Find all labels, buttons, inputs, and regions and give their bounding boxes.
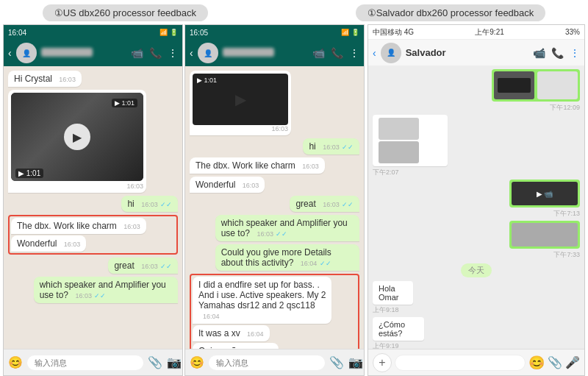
right-back-arrow[interactable]: ‹: [373, 47, 376, 59]
left-back-arrow[interactable]: ‹: [8, 47, 12, 59]
mid-contact-name: [223, 48, 308, 59]
mid-chat-body: ▶ 1:01 ▶ 16:03 hi 16:03 ✓✓ The dbx. Work…: [185, 66, 364, 349]
right-attach-icon[interactable]: 📎: [548, 355, 562, 369]
mid-call-icon[interactable]: 📞: [331, 47, 343, 59]
mid-sim-icon: 📶: [341, 29, 349, 36]
right-msg-video: ▶ 📹 下午7:13: [509, 180, 580, 219]
call-icon[interactable]: 📞: [149, 47, 162, 59]
left-input-bar: 😊 📎 📷 🎤: [4, 349, 182, 375]
today-divider: 今天: [461, 263, 492, 277]
mid-avatar: 👤: [198, 43, 218, 63]
mid-more-icon[interactable]: ⋮: [349, 47, 359, 59]
left-status-bar: 16:04 📶 🔋: [4, 25, 182, 40]
mid-camera-icon[interactable]: 📷: [348, 355, 363, 369]
main-content: 16:04 📶 🔋 ‹ 👤 📹 📞 ⋮: [0, 24, 588, 376]
right-battery: 33%: [565, 28, 580, 36]
mid-attach-icon[interactable]: 📎: [329, 355, 344, 369]
right-msg-img2: 下午7:33: [509, 221, 580, 260]
left-chat-header: ‹ 👤 📹 📞 ⋮: [4, 40, 182, 66]
right-status-time: 上午9:21: [475, 27, 503, 38]
video-thumbnail[interactable]: ▶ 1:01 ▶ ▶ 1:01: [11, 93, 143, 181]
msg-como-estas: ¿Cómo estás?: [373, 317, 424, 341]
left-wifi-icon: 🔋: [170, 29, 178, 36]
mid-input-bar: 😊 📎 📷 🎤: [185, 349, 364, 375]
msg-video: ▶ 1:01 ▶ ▶ 1:01 16:03: [8, 90, 178, 193]
right-phone-panel: 中国移动 4G 上午9:21 33% ‹ 👤 Salvador 📹 📞 ⋮: [368, 24, 585, 376]
right-contact-name: Salvador: [406, 47, 528, 58]
page-titles: ①US dbx260 processor feedback ①Salvador …: [0, 0, 588, 24]
left-avatar: 👤: [16, 43, 37, 63]
mid-batt-icon: 🔋: [351, 29, 359, 36]
right-chat-body: 下午12:09 下午2:07 ▶ 📹 下午7:13: [368, 66, 584, 349]
mid-status-bar: 16:05 📶 🔋: [185, 25, 364, 40]
attach-icon[interactable]: 📎: [148, 355, 162, 369]
right-input-field[interactable]: [395, 355, 526, 371]
left-highlight-box: The dbx. Work like charm 16:03 Wonderful…: [8, 215, 178, 255]
left-contact-name: [41, 48, 126, 59]
right-chat-header: ‹ 👤 Salvador 📹 📞 ⋮: [368, 40, 584, 66]
right-msg-product-img: 下午12:09: [492, 69, 580, 113]
right-avatar: 👤: [381, 43, 401, 63]
mid-header-icons[interactable]: 📹 📞 ⋮: [312, 47, 359, 59]
left-chat-body: Hi Crystal 16:03 ▶ 1:01 ▶ ▶ 1:01 16:03: [4, 66, 182, 349]
left-header-icons[interactable]: 📹 📞 ⋮: [131, 47, 178, 59]
msg-hi-crystal: Hi Crystal 16:03: [8, 71, 178, 87]
mid-highlight-box: I did a endfire set up for bass. . And i…: [190, 274, 359, 349]
emoji-icon[interactable]: 😊: [8, 355, 23, 369]
right-msg-received-imgs: 下午2:07: [373, 115, 467, 177]
right-plus-button[interactable]: +: [373, 353, 392, 372]
video-duration: ▶ 1:01: [15, 169, 43, 178]
msg-hi-sent: hi 16:03 ✓✓: [8, 196, 178, 212]
mid-video-msg: ▶ 1:01 ▶ 16:03: [190, 71, 359, 135]
mid-emoji-icon[interactable]: 😊: [190, 355, 204, 369]
mid-back-arrow[interactable]: ‹: [190, 47, 193, 59]
play-button[interactable]: ▶: [64, 124, 90, 150]
mid-phone-panel: 16:05 📶 🔋 ‹ 👤 📹 📞 ⋮: [184, 24, 365, 376]
right-input-bar: + 😊 📎 🎤: [368, 349, 584, 375]
mid-status-icons: 📶 🔋: [341, 29, 359, 36]
mid-input-field[interactable]: [209, 355, 325, 370]
msg-great: great 16:03 ✓✓: [8, 258, 178, 274]
right-mic-icon[interactable]: 🎤: [565, 355, 580, 369]
mid-chat-header: ‹ 👤 📹 📞 ⋮: [185, 40, 364, 66]
left-status-time: 16:04: [8, 29, 26, 37]
left-sim-icon: 📶: [159, 29, 168, 36]
left-status-icons: 📶 🔋: [159, 29, 178, 36]
left-input-field[interactable]: [27, 355, 143, 370]
mid-status-time: 16:05: [190, 29, 208, 37]
right-more-icon[interactable]: ⋮: [570, 47, 580, 59]
right-call-icon[interactable]: 📞: [551, 47, 564, 59]
left-section-title: ①US dbx260 processor feedback: [43, 4, 208, 21]
right-carrier: 中国移动 4G: [373, 27, 414, 38]
left-phone-panel: 16:04 📶 🔋 ‹ 👤 📹 📞 ⋮: [3, 24, 183, 376]
right-video-icon[interactable]: 📹: [533, 47, 545, 59]
video-call-icon[interactable]: 📹: [131, 47, 143, 59]
more-icon[interactable]: ⋮: [168, 47, 178, 59]
msg-which-speaker: which speaker and Amplifier you use to? …: [8, 277, 178, 303]
right-status-bar: 中国移动 4G 上午9:21 33%: [368, 25, 584, 40]
right-header-icons[interactable]: 📹 📞 ⋮: [533, 47, 580, 59]
right-emoji-btn[interactable]: 😊: [528, 355, 545, 371]
camera-icon[interactable]: 📷: [167, 355, 182, 369]
mid-video-call-icon[interactable]: 📹: [312, 47, 325, 59]
right-section-title: ①Salvador dbx260 processor feedback: [356, 4, 546, 21]
msg-hola-omar: Hola Omar: [373, 281, 413, 305]
